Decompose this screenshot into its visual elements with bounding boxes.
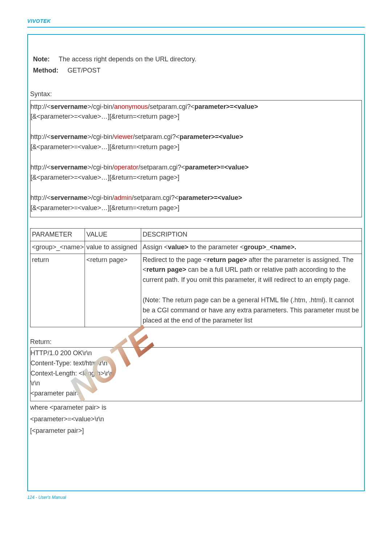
syntax-servername: servername xyxy=(51,194,87,201)
note-access-right: Note: The access right depends on the UR… xyxy=(33,54,364,65)
syntax-setparam: /setparam.cgi?< xyxy=(132,194,179,201)
return-box: HTTP/1.0 200 OK\r\n Content-Type: text/h… xyxy=(30,347,362,401)
cell-param-return: return xyxy=(30,254,85,327)
syntax-line-operator: http://<servername>/cgi-bin/operator/set… xyxy=(30,163,362,173)
return-line-5: <parameter pair> xyxy=(30,389,362,399)
syntax-role-operator: operator xyxy=(114,164,138,171)
content-frame: NOTE Note: The access right depends on t… xyxy=(27,34,365,491)
syntax-http: http://< xyxy=(30,133,51,140)
cell-value-assigned: value to assigned xyxy=(85,241,141,254)
table-row: return <return page> Redirect to the pag… xyxy=(30,254,362,327)
d1b: return page> xyxy=(207,256,247,263)
return-after-3: [<parameter pair>] xyxy=(30,426,364,436)
table-header-row: PARAMETER VALUE DESCRIPTION xyxy=(30,228,362,241)
syntax-line-viewer: http://<servername>/cgi-bin/viewer/setpa… xyxy=(30,132,362,142)
syntax-cont-2: [&<parameter>=<value>…][&return=<return … xyxy=(30,142,362,152)
th-parameter: PARAMETER xyxy=(30,228,85,241)
syntax-paramval: parameter>=<value> xyxy=(180,133,243,140)
note-text: The access right depends on the URL dire… xyxy=(59,56,196,63)
desc-mid: to the parameter < xyxy=(188,243,244,251)
note-list: Note: The access right depends on the UR… xyxy=(28,54,364,76)
page-footer: 124 - User's Manual xyxy=(27,495,365,500)
syntax-line-anonymous: http://<servername>/cgi-bin/anonymous/se… xyxy=(30,102,362,112)
d1d: return page> xyxy=(147,266,187,273)
d1a: Redirect to the page < xyxy=(143,256,207,263)
return-line-2: Content-Type: text/html\r\n xyxy=(30,358,362,369)
return-line-1: HTTP/1.0 200 OK\r\n xyxy=(30,348,362,358)
syntax-cont-1: [&<parameter>=<value>…][&return=<return … xyxy=(30,112,362,122)
syntax-paramval: parameter>=<value> xyxy=(195,103,258,110)
syntax-servername: servername xyxy=(51,164,87,171)
section-body: Note: The access right depends on the UR… xyxy=(28,54,364,436)
cell-desc-assign: Assign <value> to the parameter <group>_… xyxy=(141,241,362,254)
syntax-role-admin: admin xyxy=(114,194,132,201)
syntax-cont-3: [&<parameter>=<value>…][&return=<return … xyxy=(30,173,362,183)
syntax-role-viewer: viewer xyxy=(114,133,133,140)
page-frame: VIVOTEK NOTE xyxy=(0,0,392,514)
return-after-2: <parameter>=<value>\r\n xyxy=(30,414,364,424)
syntax-http: http://< xyxy=(30,194,51,201)
page-header-brand: VIVOTEK xyxy=(27,18,365,24)
syntax-line-admin: http://<servername>/cgi-bin/admin/setpar… xyxy=(30,193,362,203)
th-value: VALUE xyxy=(85,228,141,241)
syntax-http: http://< xyxy=(30,164,51,171)
cell-desc-return: Redirect to the page <return page> after… xyxy=(141,254,362,327)
cell-param-groupname: <group>_<name> xyxy=(30,241,85,254)
parameter-table: PARAMETER VALUE DESCRIPTION <group>_<nam… xyxy=(30,228,362,327)
syntax-cgibin: >/cgi-bin/ xyxy=(87,133,114,140)
desc-bold2: group>_<name>. xyxy=(244,243,297,251)
syntax-cgibin: >/cgi-bin/ xyxy=(87,194,114,201)
syntax-setparam: /setparam.cgi?< xyxy=(148,103,195,110)
cell-value-returnpage: <return page> xyxy=(85,254,141,327)
th-description: DESCRIPTION xyxy=(141,228,362,241)
desc-bold1: value> xyxy=(168,243,189,251)
syntax-servername: servername xyxy=(51,133,87,140)
return-line-4: \r\n xyxy=(30,378,362,389)
syntax-paramval: parameter>=<value> xyxy=(179,194,242,201)
syntax-servername: servername xyxy=(51,103,87,110)
header-divider xyxy=(27,27,365,28)
syntax-setparam: /setparam.cgi?< xyxy=(133,133,180,140)
syntax-cont-4: [&<parameter>=<value>…][&return=<return … xyxy=(30,203,362,213)
d2: (Note: The return page can be a general … xyxy=(143,296,359,324)
syntax-setparam: /setparam.cgi?< xyxy=(138,164,185,171)
method-label: Method: xyxy=(33,67,58,74)
syntax-role-anonymous: anonymous xyxy=(114,103,148,110)
return-label: Return: xyxy=(30,338,364,346)
syntax-http: http://< xyxy=(30,103,51,110)
table-row: <group>_<name> value to assigned Assign … xyxy=(30,241,362,254)
syntax-paramval: parameter>=<value> xyxy=(185,164,249,171)
return-line-3: Context-Length: <length>\r\n xyxy=(30,369,362,379)
syntax-cgibin: >/cgi-bin/ xyxy=(87,103,114,110)
syntax-cgibin: >/cgi-bin/ xyxy=(87,164,114,171)
syntax-label: Syntax: xyxy=(30,90,364,98)
syntax-box: http://<servername>/cgi-bin/anonymous/se… xyxy=(30,100,362,217)
return-after-1: where <parameter pair> is xyxy=(30,403,364,413)
method-value: GET/POST xyxy=(68,67,101,74)
desc-prefix: Assign < xyxy=(143,243,168,251)
note-label: Note: xyxy=(33,56,50,63)
method-line: Method: GET/POST xyxy=(33,65,364,76)
